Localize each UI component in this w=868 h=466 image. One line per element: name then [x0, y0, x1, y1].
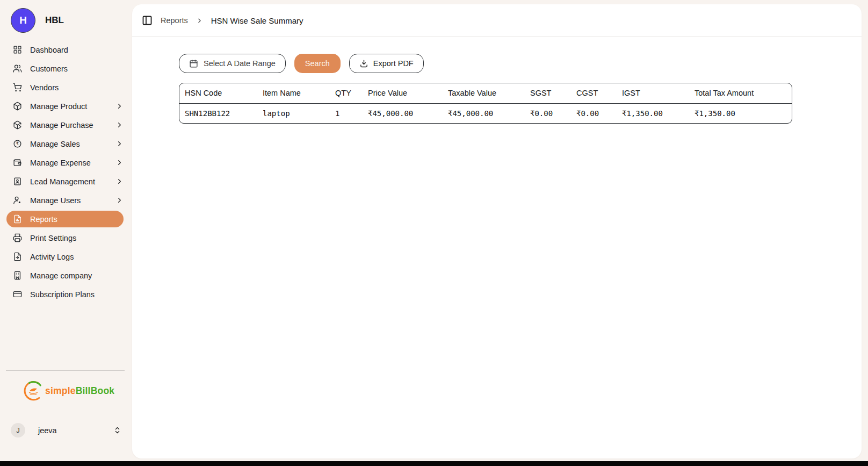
company-avatar: H: [11, 8, 35, 33]
sidebar-divider: [6, 370, 125, 370]
sidebar-item-manage-product[interactable]: Manage Product: [0, 97, 132, 116]
sidebar: H HBL Dashboard Customers Vendors: [0, 0, 132, 461]
user-menu[interactable]: J jeeva: [11, 423, 121, 438]
sidebar-item-label: Print Settings: [30, 234, 76, 242]
sidebar-item-label: Manage Users: [30, 196, 81, 205]
sidebar-item-manage-users[interactable]: Manage Users: [0, 191, 132, 210]
column-header: CGST: [571, 83, 617, 103]
sidebar-item-manage-company[interactable]: Manage company: [0, 266, 132, 285]
cell-qty: 1: [330, 103, 363, 123]
cell-hsn-code: SHN12BB122: [179, 103, 257, 123]
breadcrumb-reports[interactable]: Reports: [161, 16, 188, 25]
rupee-coin-icon: ₹: [12, 139, 22, 149]
date-range-label: Select A Date Range: [204, 59, 276, 68]
cell-total-tax: ₹1,350.00: [689, 103, 792, 123]
column-header: Item Name: [257, 83, 330, 103]
wallet-icon: [12, 158, 22, 168]
sidebar-item-activity-logs[interactable]: Activity Logs: [0, 247, 132, 266]
company-name: HBL: [45, 15, 64, 26]
sidebar-item-manage-purchase[interactable]: Manage Purchase: [0, 116, 132, 134]
page-header: Reports HSN Wise Sale Summary: [132, 4, 862, 37]
brand-header: H HBL: [0, 0, 132, 40]
search-button[interactable]: Search: [294, 54, 341, 73]
sidebar-item-vendors[interactable]: Vendors: [0, 78, 132, 97]
export-pdf-button[interactable]: Export PDF: [349, 54, 424, 73]
main-panel: Reports HSN Wise Sale Summary Select A D…: [132, 4, 862, 458]
cart-icon: [12, 83, 22, 92]
sidebar-item-subscription-plans[interactable]: Subscription Plans: [0, 285, 132, 304]
sidebar-item-dashboard[interactable]: Dashboard: [0, 40, 132, 59]
date-range-button[interactable]: Select A Date Range: [179, 54, 286, 73]
column-header: IGST: [617, 83, 689, 103]
report-file-icon: [12, 214, 22, 224]
sidebar-item-manage-sales[interactable]: ₹ Manage Sales: [0, 134, 132, 153]
chevron-right-icon: [115, 140, 124, 148]
sidebar-item-customers[interactable]: Customers: [0, 59, 132, 78]
logo-wordmark: simpleBillBook: [45, 385, 114, 397]
chevron-right-icon: [115, 196, 124, 204]
sidebar-item-label: Dashboard: [30, 46, 68, 54]
table-header-row: HSN Code Item Name QTY Price Value Taxab…: [179, 83, 792, 103]
svg-text:₹: ₹: [16, 141, 18, 146]
column-header: Price Value: [363, 83, 443, 103]
breadcrumb-separator-icon: [196, 17, 203, 24]
package-icon: [12, 102, 22, 111]
column-header: QTY: [330, 83, 363, 103]
download-icon: [359, 59, 368, 68]
chevron-right-icon: [115, 121, 124, 129]
sidebar-item-label: Manage Expense: [30, 159, 91, 167]
column-header: HSN Code: [179, 83, 257, 103]
column-header: Total Tax Amount: [689, 83, 792, 103]
cell-taxable-value: ₹45,000.00: [443, 103, 525, 123]
chevron-right-icon: [115, 177, 124, 185]
user-name: jeeva: [38, 426, 57, 435]
sidebar-item-label: Subscription Plans: [30, 290, 95, 299]
sidebar-item-label: Lead Management: [30, 177, 95, 186]
user-avatar: J: [11, 423, 25, 438]
sidebar-item-label: Manage company: [30, 271, 92, 280]
sidebar-item-manage-expense[interactable]: Manage Expense: [0, 153, 132, 172]
toolbar: Select A Date Range Search Export PDF: [179, 54, 862, 73]
table-row: SHN12BB122 laptop 1 ₹45,000.00 ₹45,000.0…: [179, 103, 792, 123]
file-log-icon: [12, 252, 22, 262]
credit-card-icon: [12, 290, 22, 299]
cell-cgst: ₹0.00: [571, 103, 617, 123]
bottom-strip: [0, 461, 868, 466]
sidebar-footer: simpleBillBook J jeeva: [0, 370, 132, 461]
printer-icon: [12, 233, 22, 243]
cell-price-value: ₹45,000.00: [363, 103, 443, 123]
cell-sgst: ₹0.00: [525, 103, 571, 123]
sidebar-item-label: Reports: [30, 215, 57, 224]
sidebar-item-label: Manage Sales: [30, 140, 80, 148]
cell-item-name: laptop: [257, 103, 330, 123]
calendar-icon: [189, 59, 198, 68]
simplebillbook-logo-icon: [23, 380, 44, 402]
cell-igst: ₹1,350.00: [617, 103, 689, 123]
export-pdf-label: Export PDF: [373, 59, 414, 68]
package-return-icon: [12, 120, 22, 130]
column-header: Taxable Value: [443, 83, 525, 103]
users-icon: [12, 64, 22, 74]
chevron-right-icon: [115, 102, 124, 110]
page-title: HSN Wise Sale Summary: [211, 16, 303, 25]
chevron-right-icon: [115, 159, 124, 167]
sidebar-item-label: Manage Purchase: [30, 121, 93, 130]
sidebar-item-label: Activity Logs: [30, 253, 74, 261]
user-gear-icon: [12, 196, 22, 205]
contact-card-icon: [12, 177, 22, 187]
column-header: SGST: [525, 83, 571, 103]
chevrons-up-down-icon: [113, 426, 121, 434]
simplebillbook-logo: simpleBillBook: [23, 378, 132, 404]
sidebar-item-label: Vendors: [30, 83, 59, 92]
sidebar-toggle-icon[interactable]: [142, 15, 153, 26]
sidebar-item-lead-management[interactable]: Lead Management: [0, 172, 132, 191]
sidebar-item-reports[interactable]: Reports: [6, 211, 124, 227]
sidebar-item-label: Manage Product: [30, 102, 87, 111]
building-icon: [12, 271, 22, 281]
sidebar-item-print-settings[interactable]: Print Settings: [0, 228, 132, 247]
sidebar-nav: Dashboard Customers Vendors Manage Produ…: [0, 40, 132, 304]
hsn-summary-table: HSN Code Item Name QTY Price Value Taxab…: [179, 83, 792, 124]
sidebar-item-label: Customers: [30, 64, 68, 73]
grid-icon: [12, 45, 22, 55]
